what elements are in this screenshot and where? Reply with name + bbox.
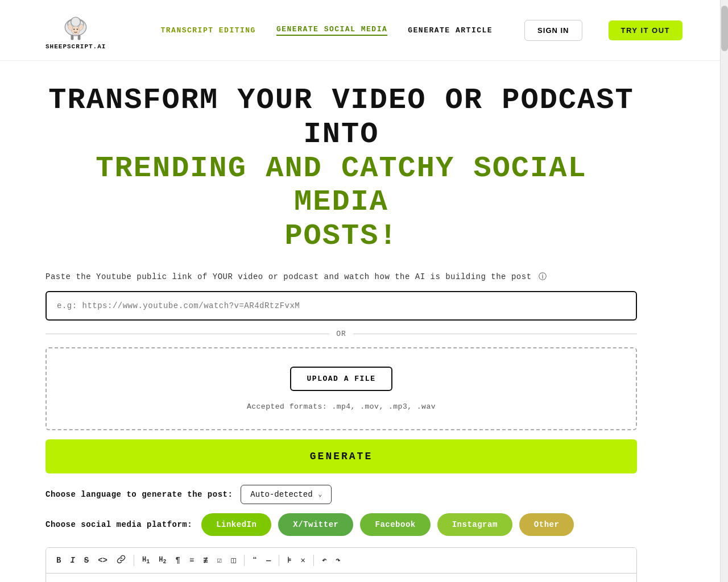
platform-facebook-button[interactable]: Facebook — [360, 513, 430, 536]
toolbar-bullet-list-button[interactable]: ≡ — [186, 554, 197, 567]
nav-transcript-editing[interactable]: TRANSCRIPT EDITING — [161, 26, 256, 35]
svg-point-6 — [77, 28, 78, 30]
chevron-down-icon: ⌄ — [318, 490, 322, 498]
language-row: Choose language to generate the post: Au… — [46, 485, 637, 504]
toolbar-separator-4 — [313, 555, 314, 566]
toolbar-undo-button[interactable]: ↶ — [318, 553, 330, 567]
subtitle-text: Paste the Youtube public link of YOUR vi… — [46, 272, 637, 282]
platform-label: Choose social media platform: — [46, 520, 192, 529]
logo-text: SHEEPSCRIPT.AI — [46, 43, 106, 50]
toolbar-ordered-list-button[interactable]: ≢ — [200, 553, 211, 567]
toolbar-align-left-button[interactable]: ⊧ — [284, 553, 295, 567]
toolbar-code-button[interactable]: <> — [94, 554, 111, 567]
main-content: TRANSFORM YOUR VIDEO OR PODCAST INTO TRE… — [0, 61, 682, 582]
editor-toolbar: B I S <> H1 H2 ¶ ≡ ≢ ☑ ◫ ❝ — ⊧ ✕ — [46, 548, 636, 573]
hero-section: TRANSFORM YOUR VIDEO OR PODCAST INTO TRE… — [46, 84, 637, 253]
nav-generate-social-media[interactable]: GENERATE SOCIAL MEDIA — [276, 25, 387, 36]
url-input[interactable] — [47, 292, 636, 319]
toolbar-separator-3 — [279, 555, 279, 566]
platform-twitter-button[interactable]: X/Twitter — [278, 513, 353, 536]
upload-box: UPLOAD A FILE Accepted formats: .mp4, .m… — [46, 347, 637, 430]
toolbar-hr-button[interactable]: — — [263, 554, 274, 567]
toolbar-blockquote-button[interactable]: ❝ — [249, 553, 260, 567]
toolbar-task-list-button[interactable]: ☑ — [214, 553, 225, 567]
navbar: SHEEPSCRIPT.AI TRANSCRIPT EDITING GENERA… — [0, 0, 728, 61]
svg-point-3 — [71, 17, 81, 27]
try-it-out-button[interactable]: TRY IT OUT — [609, 20, 683, 40]
platform-other-button[interactable]: Other — [519, 513, 574, 536]
nav-generate-article[interactable]: GENERATE ARTICLE — [408, 26, 493, 35]
upload-file-button[interactable]: UPLOAD A FILE — [290, 367, 393, 391]
platform-linkedin-button[interactable]: LinkedIn — [201, 513, 271, 536]
hero-title: TRANSFORM YOUR VIDEO OR PODCAST INTO TRE… — [46, 84, 637, 253]
post-preview: Sheepy the sheep Founder of Sheepscript.… — [46, 573, 636, 582]
scrollbar-thumb[interactable] — [721, 6, 728, 51]
info-icon: ⓘ — [539, 272, 547, 281]
toolbar-separator-2 — [244, 555, 245, 566]
toolbar-bold-button[interactable]: B — [53, 554, 64, 567]
editor-container: B I S <> H1 H2 ¶ ≡ ≢ ☑ ◫ ❝ — ⊧ ✕ — [46, 547, 637, 582]
svg-point-5 — [73, 28, 75, 30]
nav-links: TRANSCRIPT EDITING GENERATE SOCIAL MEDIA… — [161, 20, 683, 41]
upload-formats-text: Accepted formats: .mp4, .mov, .mp3, .wav — [247, 402, 436, 411]
language-selected: Auto-detected — [250, 490, 312, 499]
language-label: Choose language to generate the post: — [46, 490, 233, 499]
toolbar-h2-button[interactable]: H2 — [155, 554, 169, 567]
toolbar-redo-button[interactable]: ↷ — [332, 553, 344, 567]
toolbar-strike-button[interactable]: S — [81, 554, 92, 567]
svg-rect-10 — [78, 35, 81, 40]
logo-icon — [60, 10, 92, 42]
toolbar-link-button[interactable] — [113, 552, 129, 568]
url-input-wrapper — [46, 291, 637, 321]
platform-row: Choose social media platform: LinkedIn X… — [46, 513, 637, 536]
generate-button[interactable]: GENERATE — [46, 439, 637, 473]
platform-instagram-button[interactable]: Instagram — [437, 513, 512, 536]
toolbar-image-button[interactable]: ◫ — [228, 553, 239, 567]
toolbar-paragraph-button[interactable]: ¶ — [172, 554, 183, 567]
scrollbar[interactable] — [720, 0, 728, 582]
toolbar-h1-button[interactable]: H1 — [139, 554, 153, 567]
logo[interactable]: SHEEPSCRIPT.AI — [46, 10, 106, 50]
sign-in-button[interactable]: SIGN IN — [524, 20, 582, 41]
svg-rect-9 — [71, 35, 74, 40]
language-select[interactable]: Auto-detected ⌄ — [241, 485, 332, 504]
toolbar-separator-1 — [134, 555, 134, 566]
or-divider: OR — [46, 330, 637, 338]
toolbar-clear-format-button[interactable]: ✕ — [297, 553, 308, 567]
toolbar-italic-button[interactable]: I — [67, 554, 78, 567]
